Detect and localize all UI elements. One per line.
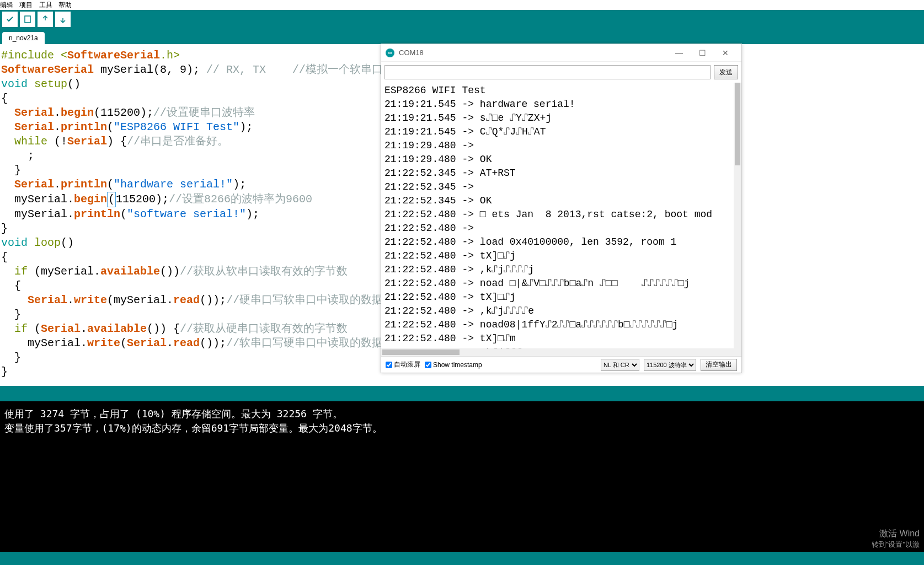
code-text: write (87, 337, 120, 349)
serial-output[interactable]: ESP8266 WIFI Test 21:19:21.545 -> hardwa… (381, 83, 741, 348)
code-text: void (1, 78, 28, 90)
code-comment: //串口是否准备好。 (127, 135, 228, 148)
code-string: "software serial!" (127, 208, 246, 220)
timestamp-checkbox-label[interactable]: Show timestamp (425, 361, 482, 369)
console-line: 变量使用了357字节，(17%)的动态内存，余留691字节局部变量。最大为204… (4, 421, 920, 435)
code-text: ( (107, 178, 114, 191)
code-text: } (0, 308, 381, 322)
vertical-scrollbar[interactable] (734, 83, 741, 348)
output-console: 使用了 3274 字节，占用了 (10%) 程序存储空间。最大为 32256 字… (0, 401, 924, 552)
open-button[interactable] (38, 12, 53, 27)
code-text (1, 135, 14, 148)
code-text: ) { (107, 135, 127, 148)
code-text: . (54, 121, 61, 133)
code-text (1, 265, 14, 278)
tab-sketch[interactable]: n_nov21a (2, 32, 45, 44)
code-comment: //设置硬串口波特率 (153, 106, 255, 119)
scrollbar-thumb[interactable] (382, 349, 460, 355)
menu-help[interactable]: 帮助 (58, 1, 72, 9)
code-text: if (14, 322, 28, 335)
code-text: println (61, 178, 107, 191)
code-text: ( (107, 121, 114, 133)
code-text: Serial (14, 121, 54, 133)
save-button[interactable] (55, 12, 71, 27)
code-text (1, 294, 28, 306)
code-text: ; (0, 149, 381, 163)
menu-project[interactable]: 项目 (19, 1, 33, 9)
code-text: if (14, 265, 28, 278)
maximize-button[interactable]: ☐ (691, 45, 714, 61)
menu-bar: 编辑 项目 工具 帮助 (0, 0, 924, 10)
code-text: Serial (14, 178, 54, 191)
scrollbar-thumb[interactable] (735, 83, 740, 165)
code-text: write (74, 294, 107, 306)
verify-button[interactable] (2, 12, 18, 27)
autoscroll-label: 自动滚屏 (394, 360, 420, 369)
code-text: read (173, 337, 200, 349)
cursor: ( (107, 192, 116, 207)
code-text: Serial (28, 294, 67, 306)
baud-rate-select[interactable]: 115200 波特率 (644, 359, 696, 371)
status-bar (0, 386, 924, 401)
new-button[interactable] (20, 12, 35, 27)
code-text: loop (34, 236, 61, 249)
console-line: 使用了 3274 字节，占用了 (10%) 程序存储空间。最大为 32256 字… (4, 407, 920, 421)
line-ending-select[interactable]: NL 和 CR (601, 359, 639, 371)
timestamp-checkbox[interactable] (425, 362, 431, 368)
horizontal-scrollbar[interactable] (381, 348, 741, 356)
code-text: . (67, 294, 74, 306)
code-text: mySerial. (1, 193, 74, 206)
code-text: #include < (1, 49, 67, 62)
code-text: available (100, 265, 160, 278)
code-string: "ESP8266 WIFI Test" (114, 121, 239, 133)
svg-rect-0 (25, 16, 30, 23)
code-text: 115200); (116, 193, 169, 206)
code-text: } (0, 222, 381, 236)
code-comment: //获取从软串口读取有效的字节数 (180, 265, 348, 278)
serial-titlebar[interactable]: ∞ COM18 — ☐ ✕ (381, 44, 741, 62)
code-string: "hardware serial!" (114, 178, 233, 191)
code-text: ( (120, 337, 127, 349)
code-text: Serial (67, 135, 107, 148)
autoscroll-checkbox[interactable] (386, 362, 392, 368)
code-text (1, 106, 14, 119)
code-text: .h> (160, 49, 180, 62)
code-text: begin (74, 193, 107, 206)
serial-monitor-window: ∞ COM18 — ☐ ✕ 发送 ESP8266 WIFI Test 21:19… (381, 44, 742, 373)
code-text (1, 322, 14, 335)
code-text: println (61, 121, 107, 133)
code-text: . (167, 337, 173, 349)
menu-edit[interactable]: 编辑 (0, 1, 13, 9)
serial-input[interactable] (384, 65, 711, 79)
code-text: mySerial. (1, 208, 74, 220)
code-text: begin (61, 106, 94, 119)
windows-activation-watermark: 激活 Wind 转到"设置"以激 (872, 528, 920, 550)
code-text: (mySerial. (107, 294, 173, 306)
code-editor[interactable]: #include <SoftwareSerial.h> SoftwareSeri… (0, 44, 381, 384)
code-text: (mySerial. (28, 265, 100, 278)
code-text: ()); (200, 337, 226, 349)
code-text: ); (239, 121, 253, 133)
bottom-bar (0, 552, 924, 565)
minimize-button[interactable]: — (667, 45, 691, 61)
code-text: SoftwareSerial (1, 63, 94, 76)
close-button[interactable]: ✕ (714, 45, 737, 61)
code-text: mySerial. (1, 337, 87, 349)
autoscroll-checkbox-label[interactable]: 自动滚屏 (386, 360, 420, 369)
code-text: { (0, 279, 381, 293)
clear-output-button[interactable]: 清空输出 (701, 359, 737, 371)
menu-tools[interactable]: 工具 (39, 1, 52, 9)
code-text: println (74, 208, 120, 220)
toolbar (0, 10, 924, 29)
code-text: SoftwareSerial (67, 49, 160, 62)
watermark-subtitle: 转到"设置"以激 (872, 540, 920, 550)
send-button[interactable]: 发送 (714, 65, 738, 79)
code-text (1, 178, 14, 191)
code-text: . (54, 106, 61, 119)
code-text: mySerial(8, 9); (94, 63, 206, 76)
code-text: () (67, 78, 81, 90)
code-text: ()) (160, 265, 180, 278)
code-text: ); (246, 208, 259, 220)
code-text: ); (233, 178, 246, 191)
code-text: Serial (127, 337, 167, 349)
